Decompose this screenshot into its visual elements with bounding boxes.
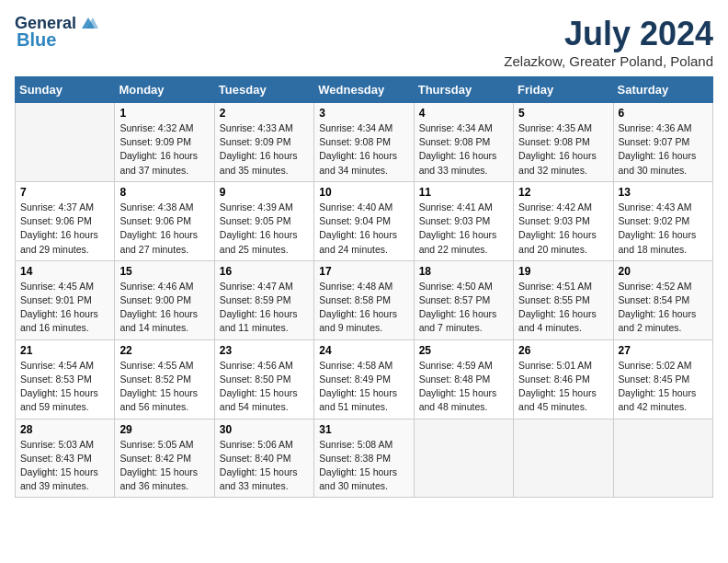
- day-number: 26: [518, 344, 608, 357]
- day-info: Sunrise: 4:37 AM Sunset: 9:06 PM Dayligh…: [20, 201, 109, 257]
- calendar-cell: 11Sunrise: 4:41 AM Sunset: 9:03 PM Dayli…: [414, 181, 513, 260]
- weekday-header: Thursday: [414, 77, 513, 103]
- weekday-header: Sunday: [16, 77, 115, 103]
- day-info: Sunrise: 4:51 AM Sunset: 8:55 PM Dayligh…: [518, 280, 608, 336]
- calendar-cell: [613, 419, 712, 498]
- day-number: 22: [119, 344, 209, 357]
- calendar-week-row: 14Sunrise: 4:45 AM Sunset: 9:01 PM Dayli…: [16, 260, 713, 339]
- day-number: 13: [619, 186, 708, 199]
- day-info: Sunrise: 4:33 AM Sunset: 9:09 PM Dayligh…: [220, 121, 309, 178]
- calendar-cell: 2Sunrise: 4:33 AM Sunset: 9:09 PM Daylig…: [214, 103, 313, 182]
- day-info: Sunrise: 5:06 AM Sunset: 8:40 PM Dayligh…: [220, 438, 309, 494]
- day-info: Sunrise: 4:50 AM Sunset: 8:57 PM Dayligh…: [419, 280, 508, 336]
- calendar-cell: 12Sunrise: 4:42 AM Sunset: 9:03 PM Dayli…: [514, 181, 613, 260]
- day-number: 21: [20, 344, 109, 357]
- day-info: Sunrise: 4:56 AM Sunset: 8:50 PM Dayligh…: [220, 359, 309, 415]
- day-number: 3: [319, 107, 408, 120]
- calendar-cell: 19Sunrise: 4:51 AM Sunset: 8:55 PM Dayli…: [514, 260, 613, 339]
- day-number: 14: [20, 265, 109, 278]
- day-number: 11: [419, 186, 508, 199]
- page-header: General Blue July 2024 Zelazkow, Greater…: [15, 15, 713, 69]
- month-title: July 2024: [504, 15, 713, 53]
- day-info: Sunrise: 4:59 AM Sunset: 8:48 PM Dayligh…: [419, 359, 508, 415]
- calendar-cell: 18Sunrise: 4:50 AM Sunset: 8:57 PM Dayli…: [414, 260, 513, 339]
- logo-blue: Blue: [17, 29, 56, 50]
- calendar-cell: 20Sunrise: 4:52 AM Sunset: 8:54 PM Dayli…: [613, 260, 712, 339]
- calendar-cell: 22Sunrise: 4:55 AM Sunset: 8:52 PM Dayli…: [115, 339, 214, 419]
- day-info: Sunrise: 5:08 AM Sunset: 8:38 PM Dayligh…: [319, 438, 408, 494]
- day-number: 28: [20, 423, 109, 436]
- day-number: 18: [419, 265, 508, 278]
- day-number: 25: [419, 344, 508, 357]
- calendar-cell: 21Sunrise: 4:54 AM Sunset: 8:53 PM Dayli…: [16, 339, 115, 419]
- calendar-cell: 26Sunrise: 5:01 AM Sunset: 8:46 PM Dayli…: [514, 339, 613, 419]
- day-info: Sunrise: 4:36 AM Sunset: 9:07 PM Dayligh…: [619, 121, 708, 178]
- day-number: 15: [119, 265, 209, 278]
- day-number: 17: [319, 265, 408, 278]
- day-number: 4: [419, 107, 508, 120]
- day-info: Sunrise: 5:02 AM Sunset: 8:45 PM Dayligh…: [619, 359, 708, 415]
- day-number: 8: [119, 186, 209, 199]
- calendar-cell: 15Sunrise: 4:46 AM Sunset: 9:00 PM Dayli…: [115, 260, 214, 339]
- calendar-cell: 31Sunrise: 5:08 AM Sunset: 8:38 PM Dayli…: [314, 419, 414, 498]
- day-number: 1: [119, 107, 209, 120]
- calendar-cell: 24Sunrise: 4:58 AM Sunset: 8:49 PM Dayli…: [314, 339, 414, 419]
- day-info: Sunrise: 4:46 AM Sunset: 9:00 PM Dayligh…: [119, 280, 209, 336]
- day-number: 9: [220, 186, 309, 199]
- day-info: Sunrise: 4:38 AM Sunset: 9:06 PM Dayligh…: [119, 201, 209, 257]
- day-info: Sunrise: 5:05 AM Sunset: 8:42 PM Dayligh…: [119, 438, 209, 494]
- weekday-header: Monday: [115, 77, 214, 103]
- day-number: 7: [20, 186, 109, 199]
- calendar-cell: [414, 419, 513, 498]
- calendar-cell: 28Sunrise: 5:03 AM Sunset: 8:43 PM Dayli…: [16, 419, 115, 498]
- day-number: 30: [220, 423, 309, 436]
- calendar-cell: 29Sunrise: 5:05 AM Sunset: 8:42 PM Dayli…: [115, 419, 214, 498]
- day-info: Sunrise: 4:55 AM Sunset: 8:52 PM Dayligh…: [119, 359, 209, 415]
- day-info: Sunrise: 4:39 AM Sunset: 9:05 PM Dayligh…: [220, 201, 309, 257]
- calendar-cell: 25Sunrise: 4:59 AM Sunset: 8:48 PM Dayli…: [414, 339, 513, 419]
- calendar-cell: 27Sunrise: 5:02 AM Sunset: 8:45 PM Dayli…: [613, 339, 712, 419]
- calendar-week-row: 7Sunrise: 4:37 AM Sunset: 9:06 PM Daylig…: [16, 181, 713, 260]
- weekday-header: Friday: [514, 77, 613, 103]
- day-info: Sunrise: 4:47 AM Sunset: 8:59 PM Dayligh…: [220, 280, 309, 336]
- day-number: 29: [119, 423, 209, 436]
- calendar-cell: [16, 103, 115, 182]
- calendar-cell: 17Sunrise: 4:48 AM Sunset: 8:58 PM Dayli…: [314, 260, 414, 339]
- day-info: Sunrise: 4:54 AM Sunset: 8:53 PM Dayligh…: [20, 359, 109, 415]
- day-number: 31: [319, 423, 408, 436]
- calendar-cell: 8Sunrise: 4:38 AM Sunset: 9:06 PM Daylig…: [115, 181, 214, 260]
- day-number: 10: [319, 186, 408, 199]
- logo-icon: [78, 16, 98, 32]
- day-info: Sunrise: 4:34 AM Sunset: 9:08 PM Dayligh…: [319, 121, 408, 178]
- calendar-cell: 13Sunrise: 4:43 AM Sunset: 9:02 PM Dayli…: [613, 181, 712, 260]
- calendar-cell: 3Sunrise: 4:34 AM Sunset: 9:08 PM Daylig…: [314, 103, 414, 182]
- day-number: 12: [518, 186, 608, 199]
- calendar-cell: 7Sunrise: 4:37 AM Sunset: 9:06 PM Daylig…: [16, 181, 115, 260]
- day-number: 23: [220, 344, 309, 357]
- day-info: Sunrise: 4:48 AM Sunset: 8:58 PM Dayligh…: [319, 280, 408, 336]
- day-number: 16: [220, 265, 309, 278]
- logo: General Blue: [15, 15, 98, 50]
- day-number: 19: [518, 265, 608, 278]
- calendar-cell: 16Sunrise: 4:47 AM Sunset: 8:59 PM Dayli…: [214, 260, 313, 339]
- day-number: 24: [319, 344, 408, 357]
- day-info: Sunrise: 4:35 AM Sunset: 9:08 PM Dayligh…: [518, 121, 608, 178]
- title-block: July 2024 Zelazkow, Greater Poland, Pola…: [504, 15, 713, 69]
- weekday-header: Saturday: [613, 77, 712, 103]
- calendar-week-row: 28Sunrise: 5:03 AM Sunset: 8:43 PM Dayli…: [16, 419, 713, 498]
- calendar-cell: 1Sunrise: 4:32 AM Sunset: 9:09 PM Daylig…: [115, 103, 214, 182]
- calendar-cell: 6Sunrise: 4:36 AM Sunset: 9:07 PM Daylig…: [613, 103, 712, 182]
- day-info: Sunrise: 4:42 AM Sunset: 9:03 PM Dayligh…: [518, 201, 608, 257]
- location: Zelazkow, Greater Poland, Poland: [504, 53, 713, 69]
- calendar-cell: [514, 419, 613, 498]
- calendar-cell: 5Sunrise: 4:35 AM Sunset: 9:08 PM Daylig…: [514, 103, 613, 182]
- calendar-cell: 4Sunrise: 4:34 AM Sunset: 9:08 PM Daylig…: [414, 103, 513, 182]
- day-info: Sunrise: 4:32 AM Sunset: 9:09 PM Dayligh…: [119, 121, 209, 178]
- day-info: Sunrise: 5:03 AM Sunset: 8:43 PM Dayligh…: [20, 438, 109, 494]
- calendar-cell: 14Sunrise: 4:45 AM Sunset: 9:01 PM Dayli…: [16, 260, 115, 339]
- calendar-table: SundayMondayTuesdayWednesdayThursdayFrid…: [15, 76, 713, 498]
- weekday-header: Tuesday: [214, 77, 313, 103]
- calendar-week-row: 1Sunrise: 4:32 AM Sunset: 9:09 PM Daylig…: [16, 103, 713, 182]
- calendar-cell: 30Sunrise: 5:06 AM Sunset: 8:40 PM Dayli…: [214, 419, 313, 498]
- day-info: Sunrise: 4:41 AM Sunset: 9:03 PM Dayligh…: [419, 201, 508, 257]
